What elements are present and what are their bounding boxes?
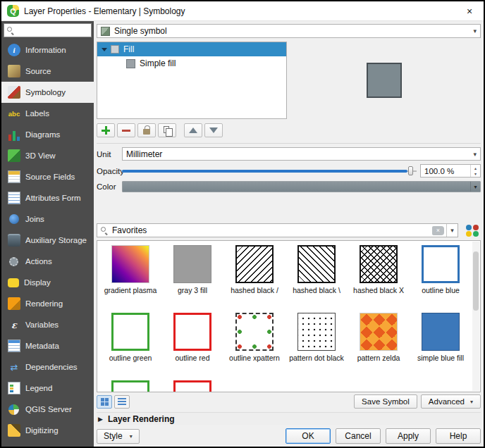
scrollbar-thumb[interactable] bbox=[473, 251, 479, 311]
lock-icon bbox=[143, 129, 150, 135]
sidebar-item-variables[interactable]: εVariables bbox=[1, 314, 94, 335]
qgis-logo-icon: Q bbox=[7, 5, 19, 17]
save-symbol-button[interactable]: Save Symbol bbox=[354, 394, 417, 409]
close-button[interactable]: × bbox=[455, 1, 484, 20]
cancel-button[interactable]: Cancel bbox=[336, 428, 381, 444]
symbol-label: simple blue fill bbox=[410, 354, 472, 362]
grid-view-icon bbox=[101, 398, 109, 406]
move-up-button[interactable] bbox=[184, 123, 202, 137]
sidebar-item-dependencies[interactable]: ⇄Dependencies bbox=[1, 356, 94, 378]
move-down-button[interactable] bbox=[204, 123, 223, 137]
style-manager-button[interactable] bbox=[464, 223, 481, 237]
spin-up-icon[interactable]: ▴ bbox=[471, 165, 480, 171]
clear-filter-icon[interactable]: × bbox=[432, 226, 444, 235]
sidebar-item-diagrams[interactable]: Diagrams bbox=[1, 124, 94, 145]
sidebar-item-rendering[interactable]: Rendering bbox=[1, 293, 94, 314]
symbol-browser-scrollbar[interactable] bbox=[472, 242, 479, 391]
opacity-label: Opacity bbox=[97, 167, 122, 175]
sidebar-search-box[interactable] bbox=[4, 23, 92, 37]
help-button[interactable]: Help bbox=[436, 428, 481, 444]
sidebar-item-auxiliary-storage[interactable]: Auxiliary Storage bbox=[1, 230, 94, 251]
symbol-label: gray 3 fill bbox=[161, 286, 223, 294]
sidebar-item-label: Source Fields bbox=[25, 173, 75, 181]
spin-down-icon[interactable]: ▾ bbox=[471, 171, 480, 178]
tree-item-label: Fill bbox=[123, 44, 134, 54]
sidebar-item-joins[interactable]: Joins bbox=[1, 209, 94, 230]
sidebar-item-label: Attributes Form bbox=[25, 194, 81, 202]
symbol-item[interactable]: outline red bbox=[161, 313, 223, 380]
symbol-label: hashed black X bbox=[348, 286, 410, 294]
list-view-icon bbox=[118, 398, 126, 405]
opacity-slider[interactable] bbox=[122, 164, 417, 178]
symbol-label: hashed black / bbox=[223, 286, 286, 294]
opacity-spinbox[interactable]: 100.0 % ▴ ▾ bbox=[420, 164, 481, 178]
symbol-item[interactable]: outline blue bbox=[410, 245, 472, 313]
remove-symbol-layer-button[interactable] bbox=[117, 123, 135, 137]
sidebar-item-symbology[interactable]: Symbology bbox=[1, 82, 94, 103]
symbol-item-partial[interactable] bbox=[161, 380, 223, 392]
symbol-preview bbox=[367, 63, 402, 98]
list-view-button[interactable] bbox=[114, 395, 130, 409]
source-icon bbox=[8, 65, 20, 77]
symbol-type-select[interactable]: Single symbol ▾ bbox=[97, 24, 481, 38]
symbol-item[interactable]: hashed black / bbox=[223, 245, 286, 313]
opacity-slider-handle[interactable] bbox=[408, 166, 413, 175]
duplicate-symbol-layer-button[interactable] bbox=[158, 123, 176, 137]
symbol-browser: gradient plasma gray 3 fill hashed black… bbox=[97, 240, 481, 392]
sidebar-item-label: Dependencies bbox=[25, 363, 78, 371]
filter-dropdown-icon[interactable]: ▾ bbox=[446, 224, 458, 237]
style-menu-button[interactable]: Style ▾ bbox=[97, 429, 140, 444]
window-title: Layer Properties - Elementary | Symbolog… bbox=[24, 6, 455, 16]
symbol-item[interactable]: gradient plasma bbox=[99, 245, 161, 313]
symbol-item[interactable]: hashed black X bbox=[348, 245, 410, 313]
symbol-item-partial[interactable] bbox=[99, 380, 161, 392]
sidebar-item-label: Variables bbox=[25, 321, 59, 329]
sidebar-item-label: QGIS Server bbox=[25, 405, 72, 413]
color-picker-button[interactable]: ▾ bbox=[122, 181, 481, 192]
symbol-item[interactable]: outline green bbox=[99, 313, 161, 380]
symbol-item[interactable]: simple blue fill bbox=[410, 313, 472, 380]
ok-button[interactable]: OK bbox=[286, 428, 331, 444]
symbol-item[interactable]: pattern dot black bbox=[286, 313, 348, 380]
advanced-button[interactable]: Advanced▾ bbox=[421, 394, 481, 409]
style-manager-icon bbox=[466, 225, 472, 230]
sidebar-item-labels[interactable]: abcLabels bbox=[1, 103, 94, 124]
sidebar-item-attributes-form[interactable]: Attributes Form bbox=[1, 187, 94, 209]
actions-icon bbox=[9, 257, 18, 266]
sidebar-item-actions[interactable]: Actions bbox=[1, 251, 94, 272]
sidebar-item-digitizing[interactable]: Digitizing bbox=[1, 420, 94, 441]
symbol-label: outline red bbox=[161, 354, 223, 362]
fill-layer-checkbox[interactable] bbox=[111, 45, 119, 54]
symbol-item[interactable]: hashed black \ bbox=[286, 245, 348, 313]
add-symbol-layer-button[interactable] bbox=[97, 123, 115, 137]
sidebar-item-information[interactable]: iInformation bbox=[1, 39, 94, 61]
layer-rendering-section[interactable]: ▶ Layer Rendering bbox=[97, 412, 481, 425]
unit-select[interactable]: Millimeter ▾ bbox=[122, 147, 481, 161]
symbol-label: hashed black \ bbox=[286, 286, 348, 294]
symbol-item[interactable]: pattern zelda bbox=[348, 313, 410, 380]
icon-view-button[interactable] bbox=[97, 395, 112, 409]
tree-item-simple-fill[interactable]: Simple fill bbox=[97, 56, 286, 70]
sidebar-item-3d-view[interactable]: 3D View bbox=[1, 145, 94, 166]
chevron-down-icon[interactable]: ▾ bbox=[470, 182, 480, 192]
symbol-item[interactable]: outline xpattern bbox=[223, 313, 286, 380]
style-filter-input[interactable]: Favorites bbox=[112, 225, 432, 235]
spacer bbox=[97, 192, 481, 223]
style-filter-box[interactable]: Favorites × ▾ bbox=[97, 223, 458, 237]
sidebar-item-qgis-server[interactable]: QGIS Server bbox=[1, 399, 94, 420]
symbol-item[interactable]: gray 3 fill bbox=[161, 245, 223, 313]
sidebar-search-input[interactable] bbox=[18, 26, 88, 35]
sidebar-item-source[interactable]: Source bbox=[1, 61, 94, 82]
sidebar-item-legend[interactable]: Legend bbox=[1, 378, 94, 399]
chevron-down-icon: ▾ bbox=[130, 433, 133, 440]
sidebar-item-metadata[interactable]: Metadata bbox=[1, 335, 94, 356]
symbol-label: outline xpattern bbox=[223, 354, 286, 362]
title-bar[interactable]: Q Layer Properties - Elementary | Symbol… bbox=[1, 1, 484, 21]
apply-button[interactable]: Apply bbox=[386, 428, 431, 444]
lock-color-button[interactable] bbox=[137, 123, 156, 137]
sidebar-item-display[interactable]: Display bbox=[1, 272, 94, 293]
advanced-label: Advanced bbox=[429, 397, 465, 406]
tree-item-fill[interactable]: Fill bbox=[97, 42, 286, 56]
sidebar-item-source-fields[interactable]: Source Fields bbox=[1, 166, 94, 187]
tree-expander-icon[interactable] bbox=[102, 48, 107, 51]
